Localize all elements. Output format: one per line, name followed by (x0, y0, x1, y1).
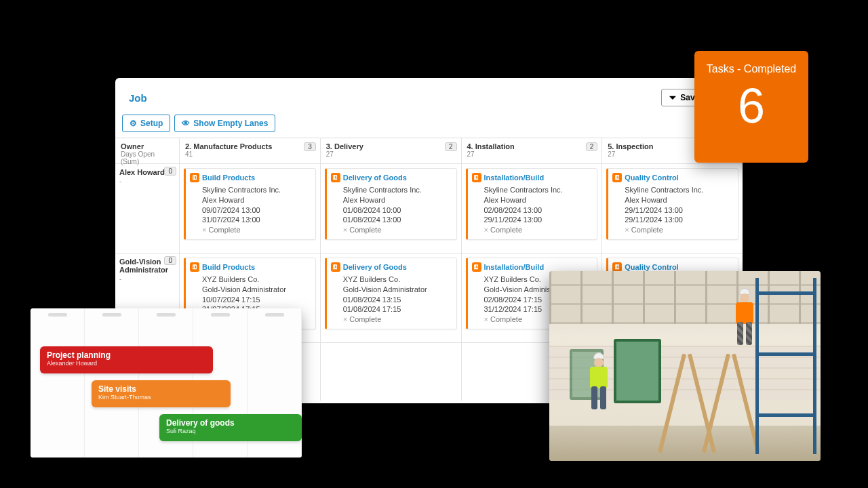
gantt-column-header (85, 308, 138, 321)
calendar-icon: 🗓 (190, 173, 199, 182)
stage-header: 4. Installation 27 2 (462, 138, 602, 164)
close-icon: × (343, 226, 347, 234)
tasks-completed-tile[interactable]: Tasks - Completed 6 (694, 51, 808, 163)
gantt-bar-title: Delivery of goods (166, 418, 295, 428)
eye-icon (182, 119, 190, 128)
stage-title: 2. Manufacture Products (185, 142, 315, 150)
card-status: Complete (349, 226, 381, 234)
owner-column-header: Owner Days Open (Sum) (115, 138, 179, 164)
gantt-column (31, 308, 85, 458)
stage-sub: 27 (467, 150, 597, 158)
card-date-start: 10/07/2024 17:15 (202, 295, 310, 305)
stage-title: 4. Installation (467, 142, 597, 150)
card-company: XYZ Builders Co. (202, 274, 310, 285)
kanban-card[interactable]: 🗓Installation/Build Skyline Contractors … (466, 168, 598, 240)
card-owner: Alex Howard (484, 195, 592, 205)
stage-sub: 41 (185, 150, 315, 158)
toolbar: Setup Show Empty Lanes (115, 112, 743, 138)
owner-row: Alex Howard - 0 (115, 164, 179, 253)
card-company: Skyline Contractors Inc. (202, 185, 310, 195)
gantt-column-header (139, 308, 193, 321)
stage-title: 3. Delivery (326, 142, 456, 150)
calendar-icon: 🗓 (190, 262, 199, 272)
setup-label: Setup (140, 119, 163, 128)
stage-header: 3. Delivery 27 2 (321, 138, 461, 164)
card-company: Skyline Contractors Inc. (625, 185, 732, 195)
card-company: Skyline Contractors Inc. (343, 185, 451, 195)
card-company: Skyline Contractors Inc. (484, 185, 592, 195)
scaffold (755, 278, 816, 454)
kanban-header: Job Save Filter (115, 78, 743, 112)
stage-count-badge: 3 (304, 142, 316, 151)
kanban-card[interactable]: 🗓Delivery of Goods XYZ Builders Co. Gold… (325, 258, 457, 329)
card-status: Complete (490, 226, 522, 234)
stage-count-badge: 2 (586, 142, 598, 151)
card-date-start: 02/08/2024 13:00 (484, 205, 592, 216)
gantt-panel: Project planningAlexander HowardSite vis… (31, 308, 302, 458)
card-date-end: 29/11/2024 13:00 (484, 215, 592, 225)
filter-icon (669, 93, 677, 102)
gantt-bar[interactable]: Project planningAlexander Howard (40, 346, 213, 373)
owner-badge: 0 (164, 256, 176, 265)
card-status: Complete (490, 315, 522, 323)
kanban-card[interactable]: 🗓Quality Control Skyline Contractors Inc… (606, 168, 738, 240)
gantt-bar-person: Kim Stuart-Thomas (98, 394, 224, 401)
owner-sub: - (119, 275, 175, 283)
close-icon: × (625, 226, 629, 234)
card-title: Installation/Build (484, 173, 545, 183)
calendar-icon: 🗓 (472, 173, 481, 182)
show-empty-label: Show Empty Lanes (193, 119, 268, 128)
card-title: Quality Control (625, 173, 678, 183)
stage-header: 2. Manufacture Products 41 3 (180, 138, 320, 164)
gear-icon (130, 119, 137, 128)
calendar-icon: 🗓 (331, 173, 340, 182)
construction-worker (732, 288, 757, 346)
gantt-bar[interactable]: Site visitsKim Stuart-Thomas (92, 380, 231, 407)
window-frame (614, 339, 661, 403)
owner-header-sub: Days Open (Sum) (121, 150, 174, 165)
owner-badge: 0 (164, 167, 176, 176)
card-date-end: 01/08/2024 17:15 (343, 304, 451, 314)
gantt-bar-person: Suli Razaq (166, 428, 295, 434)
kanban-card[interactable]: 🗓Build Products Skyline Contractors Inc.… (184, 168, 316, 240)
kanban-cell[interactable]: 🗓Build Products Skyline Contractors Inc.… (180, 164, 320, 253)
card-status: Complete (208, 226, 240, 234)
owner-header-title: Owner (121, 142, 174, 150)
gantt-bar-person: Alexander Howard (47, 360, 206, 367)
gantt-column-header (31, 308, 84, 321)
card-owner: Alex Howard (343, 195, 451, 205)
card-owner: Gold-Vision Administrator (202, 285, 310, 295)
card-date-start: 01/08/2024 10:00 (343, 205, 451, 216)
construction-photo (549, 271, 821, 461)
owner-sub: - (119, 178, 175, 185)
gantt-bar-title: Project planning (47, 350, 206, 360)
card-owner: Alex Howard (625, 195, 732, 205)
close-icon: × (484, 315, 488, 323)
calendar-icon: 🗓 (331, 262, 340, 272)
card-status: Complete (631, 226, 663, 234)
page-title: Job (129, 92, 147, 104)
card-owner: Alex Howard (202, 195, 310, 205)
close-icon: × (343, 315, 347, 323)
close-icon: × (202, 226, 206, 234)
kanban-cell[interactable]: 🗓Delivery of Goods XYZ Builders Co. Gold… (321, 253, 461, 343)
construction-worker (587, 352, 611, 411)
gantt-bar-title: Site visits (98, 384, 224, 394)
stage-count-badge: 2 (445, 142, 457, 151)
card-status: Complete (349, 315, 381, 323)
show-empty-lanes-button[interactable]: Show Empty Lanes (174, 115, 275, 132)
setup-button[interactable]: Setup (122, 115, 170, 132)
card-date-start: 09/07/2024 13:00 (202, 205, 310, 216)
card-title: Delivery of Goods (343, 173, 407, 183)
kanban-card[interactable]: 🗓Delivery of Goods Skyline Contractors I… (325, 168, 457, 240)
kanban-cell[interactable]: 🗓Installation/Build Skyline Contractors … (462, 164, 602, 253)
card-title: Build Products (202, 262, 255, 272)
kanban-cell[interactable]: 🗓Quality Control Skyline Contractors Inc… (602, 164, 743, 253)
card-title: Delivery of Goods (343, 262, 407, 272)
card-date-end: 01/08/2024 13:00 (343, 215, 451, 225)
card-title: Installation/Build (484, 262, 545, 272)
kanban-cell[interactable]: 🗓Delivery of Goods Skyline Contractors I… (321, 164, 461, 253)
gantt-bar[interactable]: Delivery of goodsSuli Razaq (159, 414, 302, 441)
card-date-end: 29/11/2024 13:00 (625, 215, 732, 225)
gantt-column-header (193, 308, 247, 321)
